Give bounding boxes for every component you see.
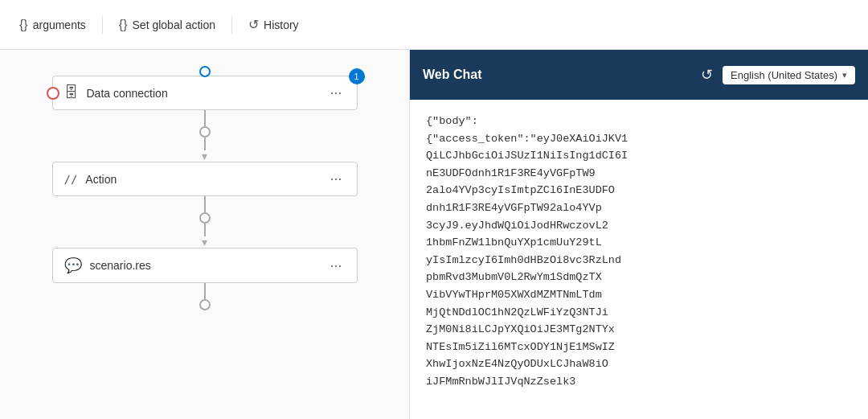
action-icon: ∕∕ — [64, 173, 78, 186]
flow-node-scenario-res[interactable]: 💬 scenario.res ··· — [52, 248, 358, 283]
flow-node-data-connection[interactable]: 🗄 Data connection ··· 1 — [52, 76, 358, 110]
connector-line-3 — [204, 283, 206, 299]
top-connector — [199, 66, 211, 77]
webchat-refresh-icon[interactable]: ↺ — [701, 66, 713, 84]
arguments-icon: {} — [19, 18, 28, 32]
connector-3 — [199, 283, 211, 310]
scenario-res-menu[interactable]: ··· — [326, 257, 345, 274]
flow-node-action[interactable]: ∕∕ Action ··· — [52, 162, 358, 196]
data-connection-menu[interactable]: ··· — [326, 84, 345, 101]
connector-circle-2 — [199, 212, 211, 224]
flow-panel: 🗄 Data connection ··· 1 ▾ ∕∕ Action ··· — [0, 50, 410, 419]
connector-1: ▾ — [199, 110, 211, 162]
action-label: Action — [85, 173, 326, 186]
data-connection-label: Data connection — [87, 87, 327, 100]
webchat-lang-selector[interactable]: English (United States) ▾ — [723, 66, 855, 84]
chevron-down-icon: ▾ — [842, 70, 847, 80]
arguments-label: arguments — [33, 18, 86, 31]
toolbar: {} arguments {} Set global action ↺ Hist… — [0, 0, 868, 50]
connector-2: ▾ — [199, 196, 211, 248]
toolbar-divider-2 — [231, 15, 232, 35]
toolbar-divider-1 — [102, 15, 103, 35]
data-connection-icon: 🗄 — [64, 84, 79, 101]
connector-arrow-2: ▾ — [202, 236, 207, 248]
webchat-body: {"body": {"access_token":"eyJ0eXAiOiJKV1… — [410, 100, 868, 419]
toolbar-item-arguments[interactable]: {} arguments — [10, 13, 96, 37]
webchat-panel: Web Chat ↺ English (United States) ▾ {"b… — [410, 50, 868, 419]
set-global-action-icon: {} — [119, 18, 128, 32]
scenario-res-icon: 💬 — [64, 257, 82, 274]
webchat-language-label: English (United States) — [731, 69, 837, 81]
connector-line-2b — [204, 224, 206, 236]
set-global-action-label: Set global action — [133, 18, 216, 31]
action-menu[interactable]: ··· — [326, 170, 345, 187]
connector-line-2 — [204, 196, 206, 212]
scenario-res-label: scenario.res — [90, 259, 327, 272]
connector-circle-3 — [199, 299, 211, 310]
history-label: History — [264, 18, 299, 31]
toolbar-item-set-global-action[interactable]: {} Set global action — [109, 13, 225, 37]
connector-line-1 — [204, 110, 206, 126]
flow-canvas: 🗄 Data connection ··· 1 ▾ ∕∕ Action ··· — [0, 50, 409, 419]
connector-circle-1 — [199, 126, 211, 138]
webchat-message: {"body": {"access_token":"eyJ0eXAiOiJKV1… — [426, 113, 852, 391]
webchat-title: Web Chat — [423, 68, 691, 82]
toolbar-item-history[interactable]: ↺ History — [239, 12, 309, 37]
data-connection-badge: 1 — [349, 68, 365, 84]
connector-line-1b — [204, 138, 206, 150]
main-content: 🗄 Data connection ··· 1 ▾ ∕∕ Action ··· — [0, 50, 868, 419]
history-icon: ↺ — [248, 17, 259, 32]
connector-arrow-1: ▾ — [202, 150, 207, 162]
webchat-header: Web Chat ↺ English (United States) ▾ — [410, 50, 868, 100]
